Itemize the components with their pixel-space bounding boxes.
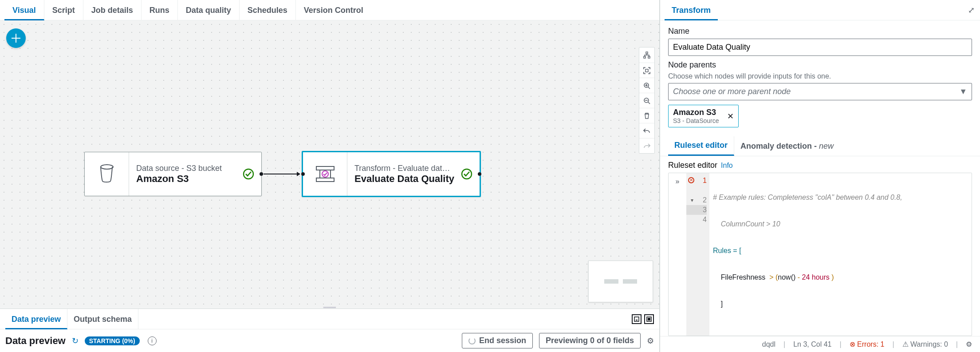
status-cursor: Ln 3, Col 41 xyxy=(793,340,831,348)
svg-rect-15 xyxy=(648,318,650,320)
svg-rect-0 xyxy=(646,52,648,54)
arrow-icon xyxy=(297,172,300,176)
gear-icon[interactable]: ⚙ xyxy=(966,340,972,348)
tab-runs[interactable]: Runs xyxy=(142,0,178,20)
minimap-node xyxy=(623,279,637,284)
node-parents-select[interactable]: Choose one or more parent node ▼ xyxy=(668,83,972,100)
tab-schedules[interactable]: Schedules xyxy=(240,0,296,20)
svg-rect-8 xyxy=(316,166,334,170)
svg-point-10 xyxy=(322,171,328,177)
error-icon: ✕ xyxy=(688,177,694,183)
node-input-port[interactable] xyxy=(301,172,305,176)
expand-icon[interactable]: ⤢ xyxy=(968,5,976,15)
chip-subtitle: S3 - DataSource xyxy=(673,117,719,124)
bottom-panel: Data preview Output schema Data preview … xyxy=(0,308,659,352)
chevron-down-icon: ▼ xyxy=(959,87,967,96)
canvas[interactable]: Data source - S3 bucket Amazon S3 xyxy=(0,20,659,308)
s3-bucket-icon xyxy=(85,152,129,196)
status-badge: STARTING (0%) xyxy=(85,336,140,345)
subtab-anomaly-detection[interactable]: Anomaly detection - new xyxy=(734,137,840,155)
ruleset-editor-heading: Ruleset editor xyxy=(668,161,717,170)
close-icon[interactable]: ✕ xyxy=(727,112,734,120)
evaluate-data-quality-icon xyxy=(303,152,347,196)
fit-screen-icon[interactable] xyxy=(639,63,654,78)
name-input[interactable] xyxy=(668,39,972,56)
tab-version-control[interactable]: Version Control xyxy=(296,0,371,20)
zoom-out-icon[interactable] xyxy=(639,93,654,108)
minimap-node xyxy=(604,279,618,284)
status-errors: ⊗ Errors: 1 xyxy=(850,340,885,348)
code-editor[interactable]: » ✕1 ▾2 3 4 # Example rules: Completenes… xyxy=(668,173,972,336)
zoom-in-icon[interactable] xyxy=(639,78,654,93)
parent-chip-amazon-s3: Amazon S3 S3 - DataSource ✕ xyxy=(668,105,739,127)
restore-window-icon[interactable] xyxy=(632,314,642,324)
tab-output-schema[interactable]: Output schema xyxy=(67,309,138,329)
svg-rect-12 xyxy=(634,317,639,321)
tab-data-preview[interactable]: Data preview xyxy=(5,309,67,329)
info-icon[interactable]: i xyxy=(148,336,157,345)
svg-point-6 xyxy=(101,165,113,169)
status-warnings: ⚠ Warnings: 0 xyxy=(902,340,948,348)
svg-rect-9 xyxy=(316,178,334,182)
refresh-icon[interactable]: ↻ xyxy=(72,336,79,346)
fold-icon[interactable]: ▾ xyxy=(691,195,693,205)
gear-icon[interactable]: ⚙ xyxy=(647,336,654,346)
svg-rect-2 xyxy=(648,56,650,58)
chip-title: Amazon S3 xyxy=(673,108,719,117)
node-parents-hint: Choose which nodes will provide inputs f… xyxy=(668,72,972,80)
editor-gutter: ✕1 ▾2 3 4 xyxy=(686,173,709,336)
node-parents-placeholder: Choose one or more parent node xyxy=(673,87,791,96)
collapse-editor-icon[interactable]: » xyxy=(669,173,686,336)
status-language: dqdl xyxy=(762,340,775,348)
node-output-port[interactable] xyxy=(260,172,263,176)
node-kicker: Transform - Evaluate dat… xyxy=(354,164,472,173)
canvas-toolbar xyxy=(639,47,655,154)
undo-icon[interactable] xyxy=(639,123,654,138)
spinner-icon xyxy=(468,337,476,344)
delete-icon[interactable] xyxy=(639,108,654,123)
resize-grip-icon[interactable]: ════ xyxy=(321,306,338,308)
subtab-ruleset-editor[interactable]: Ruleset editor xyxy=(668,136,734,156)
node-amazon-s3[interactable]: Data source - S3 bucket Amazon S3 xyxy=(84,152,262,196)
editor-statusbar: dqdl | Ln 3, Col 41 | ⊗ Errors: 1 | ⚠ Wa… xyxy=(660,336,980,352)
tab-data-quality[interactable]: Data quality xyxy=(178,0,240,20)
success-icon xyxy=(243,168,254,180)
node-output-port[interactable] xyxy=(478,172,481,176)
redo-icon[interactable] xyxy=(639,138,654,153)
editor-content[interactable]: # Example rules: Completeness "colA" bet… xyxy=(709,173,972,336)
minimap[interactable] xyxy=(588,261,653,302)
node-kicker: Data source - S3 bucket xyxy=(136,164,254,173)
previewing-fields-button[interactable]: Previewing 0 of 0 fields xyxy=(539,333,641,348)
node-title: Evaluate Data Quality xyxy=(354,173,472,185)
info-link[interactable]: Info xyxy=(721,162,733,170)
node-evaluate-data-quality[interactable]: Transform - Evaluate dat… Evaluate Data … xyxy=(302,151,481,197)
end-session-button[interactable]: End session xyxy=(462,333,533,348)
data-preview-heading: Data preview xyxy=(5,335,66,347)
layout-icon[interactable] xyxy=(639,47,654,63)
maximize-window-icon[interactable] xyxy=(644,314,654,324)
plus-icon xyxy=(12,34,20,43)
success-icon xyxy=(461,168,472,180)
node-title: Amazon S3 xyxy=(136,173,254,185)
tab-script[interactable]: Script xyxy=(44,0,83,20)
svg-rect-3 xyxy=(645,69,648,72)
top-tabs: Visual Script Job details Runs Data qual… xyxy=(0,0,659,20)
svg-rect-13 xyxy=(636,320,638,320)
tab-visual[interactable]: Visual xyxy=(4,0,44,20)
svg-rect-1 xyxy=(644,56,645,58)
edge xyxy=(264,174,300,174)
side-tab-transform[interactable]: Transform xyxy=(665,0,718,20)
tab-job-details[interactable]: Job details xyxy=(83,0,142,20)
add-node-button[interactable] xyxy=(6,28,26,48)
side-panel: Transform ⤢ Name Node parents Choose whi… xyxy=(660,0,980,352)
node-parents-label: Node parents xyxy=(668,60,972,70)
name-label: Name xyxy=(668,27,972,36)
